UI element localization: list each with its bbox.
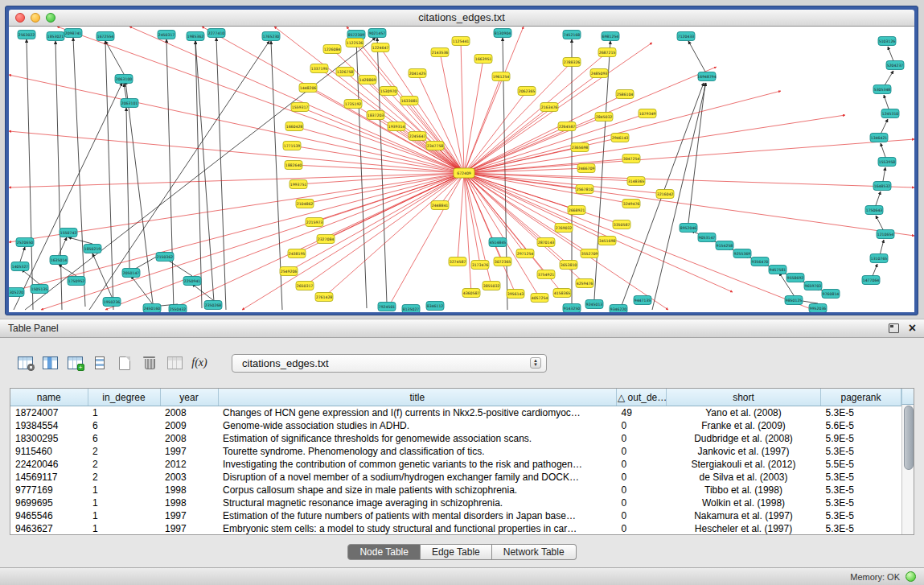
graph-node[interactable]: 1326758 xyxy=(336,68,354,76)
vertical-scrollbar[interactable] xyxy=(901,405,914,534)
table-row[interactable]: 946554611997Estimation of the future num… xyxy=(10,509,901,522)
graph-node[interactable]: 2788326 xyxy=(563,58,581,67)
graph-node[interactable]: 1346421 xyxy=(870,134,888,142)
graph-node[interactable]: 2946143 xyxy=(611,134,629,142)
graph-node[interactable]: 8572309 xyxy=(347,31,365,39)
graph-node[interactable]: 2277410 xyxy=(207,29,225,38)
graph-node[interactable]: 1337195 xyxy=(310,64,328,73)
graph-node[interactable]: 2063101 xyxy=(121,99,138,108)
graph-node[interactable]: 1837203 xyxy=(367,111,384,120)
graph-node[interactable]: 2870143 xyxy=(537,238,555,247)
delete-table-button[interactable] xyxy=(138,352,162,374)
table-row[interactable]: 1872400712008Changes of HCN gene express… xyxy=(10,406,901,420)
new-table-button[interactable] xyxy=(113,352,137,374)
table-row[interactable]: 2242004622012Investigating the contribut… xyxy=(10,458,901,471)
graph-node[interactable]: 1550743 xyxy=(60,229,77,237)
graph-node[interactable]: 3072365 xyxy=(494,257,511,266)
graph-node[interactable]: 2769032 xyxy=(555,224,573,233)
graph-node[interactable]: 2365698 xyxy=(571,143,589,152)
graph-node[interactable]: 1850219 xyxy=(84,245,101,253)
graph-node[interactable]: 3274587 xyxy=(449,257,466,266)
select-columns-button[interactable] xyxy=(38,352,62,374)
graph-node[interactable]: 2845032 xyxy=(595,113,613,122)
network-canvas[interactable]: 2563022185302120987411672554245031719853… xyxy=(9,27,914,312)
graph-node[interactable]: 1553958 xyxy=(878,158,896,167)
graph-node[interactable]: 3855032 xyxy=(483,282,500,290)
graph-node[interactable]: 2098741 xyxy=(64,29,82,38)
graph-node[interactable]: 2063100 xyxy=(115,75,133,84)
graph-node[interactable]: 2761428 xyxy=(315,293,333,302)
tab-node-table[interactable]: Node Table xyxy=(347,544,421,560)
graph-node[interactable]: 3216042 xyxy=(656,190,674,199)
graph-node[interactable]: 9154258 xyxy=(716,241,733,250)
graph-node[interactable]: 2687215 xyxy=(598,48,616,57)
graph-node[interactable]: 1305220 xyxy=(9,288,24,297)
graph-node[interactable]: 1477064 xyxy=(862,276,880,285)
graph-node[interactable]: 1125441 xyxy=(452,37,470,46)
graph-node[interactable]: 8952046 xyxy=(680,224,697,233)
table-row[interactable]: 1830029562008Estimation of significance … xyxy=(10,432,901,445)
graph-node[interactable]: 2347758 xyxy=(426,142,444,150)
table-row[interactable]: 969969511998Structural magnetic resonanc… xyxy=(10,496,901,509)
close-window-button[interactable] xyxy=(15,13,25,23)
graph-node[interactable]: 1853021 xyxy=(47,32,64,41)
table-selector-dropdown[interactable]: citations_edges.txt ▲ ▼ xyxy=(232,354,547,373)
graph-node[interactable]: 4158365 xyxy=(553,289,571,298)
graph-node[interactable]: 9143250 xyxy=(563,304,581,313)
graph-node[interactable]: 1882640 xyxy=(285,161,302,170)
graph-node[interactable]: 2163476 xyxy=(540,103,558,112)
graph-node[interactable]: 2350268 xyxy=(204,301,222,310)
graph-node[interactable]: 1210654 xyxy=(877,230,894,239)
graph-node[interactable]: 8135027 xyxy=(402,305,420,313)
graph-node[interactable]: 1559317 xyxy=(291,103,309,112)
graph-node[interactable]: 2250941 xyxy=(183,277,201,286)
column-header[interactable]: year xyxy=(160,389,218,406)
graph-node[interactable]: 9346220 xyxy=(610,305,627,313)
graph-node[interactable]: 3173476 xyxy=(471,261,489,270)
graph-node[interactable]: 2567810 xyxy=(576,185,593,194)
minimize-window-button[interactable] xyxy=(31,13,40,23)
graph-node[interactable]: 5305348 xyxy=(873,85,891,94)
graph-node[interactable]: 3552709 xyxy=(581,249,598,258)
function-builder-button[interactable]: f(x) xyxy=(187,352,211,374)
graph-node[interactable]: 2104862 xyxy=(296,200,314,208)
import-table-button[interactable] xyxy=(162,352,187,374)
column-header[interactable]: short xyxy=(667,389,821,406)
graph-node[interactable]: 2041425 xyxy=(409,69,426,78)
graph-node[interactable]: 2466709 xyxy=(577,164,595,173)
graph-node[interactable]: 2485093 xyxy=(590,69,608,78)
graph-node[interactable]: 3249476 xyxy=(622,200,640,208)
graph-node[interactable]: 5204237 xyxy=(886,61,904,70)
graph-node[interactable]: 1993751 xyxy=(290,180,307,189)
graph-node[interactable]: 3653810 xyxy=(560,261,577,270)
table-settings-button[interactable] xyxy=(13,352,37,374)
graph-node[interactable]: 2450160 xyxy=(143,304,161,313)
graph-node[interactable]: 2550432 xyxy=(169,305,187,313)
graph-node[interactable]: 1505135 xyxy=(31,285,48,294)
graph-node[interactable]: 1245310 xyxy=(881,109,899,118)
close-panel-icon[interactable]: × xyxy=(909,323,916,334)
graph-node[interactable]: 2971254 xyxy=(516,249,534,258)
graph-node[interactable]: 1635014 xyxy=(50,256,68,265)
graph-node[interactable]: 1771539 xyxy=(283,142,301,150)
graph-node[interactable]: 3350587 xyxy=(613,220,630,229)
graph-node[interactable]: 2448841 xyxy=(431,201,449,210)
graph-node[interactable]: 9255369 xyxy=(733,249,751,258)
column-header[interactable]: title xyxy=(218,389,617,406)
table-row[interactable]: 911546021997Tourette syndrome. Phenomeno… xyxy=(10,445,901,458)
edit-table-button[interactable]: + xyxy=(63,352,87,374)
graph-node[interactable]: 9053147 xyxy=(698,233,716,242)
graph-node[interactable]: 1079349 xyxy=(639,109,656,118)
graph-node[interactable]: 1660428 xyxy=(285,122,303,131)
table-row[interactable]: 946362711997Embryonic stem cells: a mode… xyxy=(10,522,901,535)
graph-node[interactable]: 9447135 xyxy=(634,296,651,305)
graph-node[interactable]: 1405327 xyxy=(11,262,29,271)
graph-node[interactable]: 4259476 xyxy=(576,279,593,288)
graph-node[interactable]: 4514845 xyxy=(489,238,507,247)
graph-node[interactable]: 1750643 xyxy=(865,206,883,215)
graph-node[interactable]: 1122536 xyxy=(346,39,363,47)
column-header[interactable]: pagerank xyxy=(821,389,901,406)
float-panel-icon[interactable] xyxy=(889,323,899,333)
graph-node[interactable]: 2549206 xyxy=(280,267,298,276)
graph-node[interactable]: 1224647 xyxy=(372,43,389,52)
